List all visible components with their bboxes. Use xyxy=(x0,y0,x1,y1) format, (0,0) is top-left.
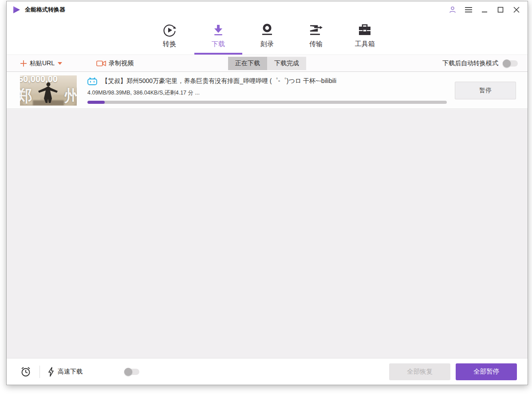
thumb-char-left: 郑 xyxy=(20,85,32,106)
burn-icon xyxy=(259,22,275,39)
thumb-overlay-text: 50,000,00 xyxy=(20,75,77,84)
paste-url-label: 粘贴URL xyxy=(30,59,55,67)
menu-icon[interactable] xyxy=(463,4,474,15)
schedule-clock-icon[interactable] xyxy=(20,366,32,378)
tab-burn[interactable]: 刻录 xyxy=(253,18,281,55)
footer-bar: 高速下载 全部恢复 全部暂停 xyxy=(7,358,528,385)
tab-toolbox-label: 工具箱 xyxy=(355,40,375,48)
download-list-empty-area xyxy=(7,110,528,358)
progress-status-text: 4.09MB/98.39MB, 386.04KB/S,还剩4.17 分 ... xyxy=(87,89,447,97)
tab-transfer[interactable]: 传输 xyxy=(302,18,330,55)
app-window: 全能格式转换器 xyxy=(6,1,528,385)
progress-fill xyxy=(87,101,105,104)
toolbox-icon xyxy=(357,22,373,39)
high-speed-toggle[interactable] xyxy=(124,369,139,375)
tab-download-label: 下载 xyxy=(212,40,225,48)
download-icon xyxy=(210,22,226,39)
toggle-knob xyxy=(124,368,132,376)
auto-convert-toggle[interactable] xyxy=(503,60,518,67)
paste-url-button[interactable]: 粘贴URL xyxy=(20,59,63,67)
tab-transfer-label: 传输 xyxy=(309,40,323,48)
chevron-down-icon[interactable] xyxy=(57,62,63,65)
tab-burn-label: 刻录 xyxy=(260,40,274,48)
thumb-char-right: 州 xyxy=(64,85,77,106)
titlebar: 全能格式转换器 xyxy=(7,1,528,18)
maximize-icon[interactable] xyxy=(495,4,506,15)
account-icon[interactable] xyxy=(447,4,458,15)
person-silhouette xyxy=(35,82,62,105)
lightning-icon xyxy=(48,367,54,377)
pause-button[interactable]: 暂停 xyxy=(455,82,516,99)
progress-bar xyxy=(87,101,447,104)
tab-convert[interactable]: 转换 xyxy=(155,18,184,55)
auto-convert-setting: 下载后自动转换模式 xyxy=(440,59,518,67)
record-video-button[interactable]: 录制视频 xyxy=(96,59,136,67)
app-title: 全能格式转换器 xyxy=(25,6,65,14)
tab-download-complete[interactable]: 下载完成 xyxy=(267,57,306,70)
toggle-knob xyxy=(503,59,511,67)
window-controls xyxy=(447,4,522,15)
resume-all-button[interactable]: 全部恢复 xyxy=(389,363,450,380)
pause-all-button[interactable]: 全部暂停 xyxy=(456,363,517,380)
high-speed-download: 高速下载 xyxy=(48,367,83,377)
transfer-icon xyxy=(308,22,324,39)
main-nav: 转换 下载 刻录 xyxy=(7,18,528,55)
tab-convert-label: 转换 xyxy=(163,40,176,48)
video-title: 【艾叔】郑州5000万豪宅里，养条巨贵有没有排面_哔哩哔哩 (゜-゜)つロ 干杯… xyxy=(102,77,336,85)
divider xyxy=(39,366,40,378)
tab-toolbox[interactable]: 工具箱 xyxy=(351,18,379,55)
close-icon[interactable] xyxy=(511,4,522,15)
tab-download[interactable]: 下载 xyxy=(204,18,233,55)
app-logo-icon xyxy=(12,5,21,14)
record-video-label: 录制视频 xyxy=(109,59,134,67)
tab-downloading[interactable]: 正在下载 xyxy=(228,57,267,70)
download-item-row[interactable]: 50,000,00 郑 州 【艾叔】郑州5000万豪宅里，养条巨贵有没有排面_哔… xyxy=(7,71,528,109)
convert-icon xyxy=(162,22,177,39)
minimize-icon[interactable] xyxy=(479,4,490,15)
camera-icon xyxy=(96,60,106,67)
video-thumbnail: 50,000,00 郑 州 xyxy=(20,75,77,106)
bilibili-icon xyxy=(87,77,97,85)
download-item-info: 【艾叔】郑州5000万豪宅里，养条巨贵有没有排面_哔哩哔哩 (゜-゜)つロ 干杯… xyxy=(87,77,447,104)
download-filter-tabs: 正在下载 下载完成 xyxy=(228,57,306,70)
plus-icon xyxy=(20,60,27,67)
download-toolbar: 粘贴URL 录制视频 正在下载 下载完成 下载后自动转换模式 xyxy=(7,55,528,71)
auto-convert-label: 下载后自动转换模式 xyxy=(442,59,498,67)
high-speed-label: 高速下载 xyxy=(58,368,83,376)
